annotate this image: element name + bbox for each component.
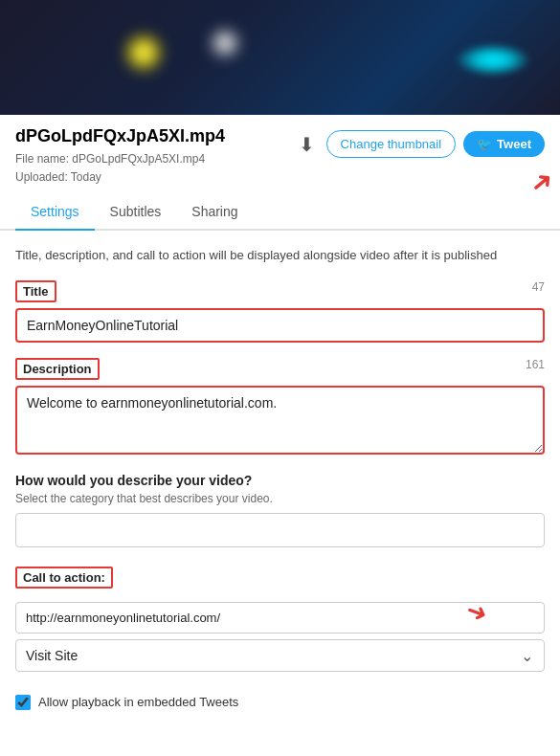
tab-subtitles[interactable]: Subtitles (95, 194, 177, 231)
tweet-bird-icon: 🐦 (477, 137, 492, 151)
thumbnail-light-white (211, 29, 239, 57)
embedded-tweets-checkbox-row: Allow playback in embedded Tweets (15, 687, 545, 725)
info-text: Title, description, and call to action w… (15, 246, 545, 265)
tab-settings[interactable]: Settings (15, 194, 95, 231)
embedded-tweets-label[interactable]: Allow playback in embedded Tweets (38, 695, 238, 709)
title-field-group: 47 Title (15, 280, 545, 343)
settings-content: Title, description, and call to action w… (0, 231, 560, 725)
description-char-count: 161 (526, 358, 545, 371)
download-icon[interactable]: ⬇ (299, 133, 315, 156)
cta-section: Call to action: ➜ Visit Site Learn More … (15, 567, 545, 672)
embedded-tweets-checkbox[interactable] (15, 695, 31, 710)
cta-label-row: Call to action: ➜ (15, 567, 545, 594)
category-title: How would you describe your video? (15, 473, 545, 488)
category-section: How would you describe your video? Selec… (15, 473, 545, 547)
uploaded-label: Uploaded: Today (15, 168, 299, 187)
change-thumbnail-button[interactable]: Change thumbnail (326, 130, 457, 158)
description-field-group: 161 Description Welcome to <span class="… (15, 358, 545, 457)
title-input[interactable] (15, 308, 545, 343)
description-label: Description (15, 358, 100, 380)
cta-action-select[interactable]: Visit Site Learn More Sign Up Shop Now D… (15, 639, 545, 672)
video-thumbnail (0, 0, 560, 115)
header-left: dPGoLpdFQxJpA5XI.mp4 File name: dPGoLpdF… (15, 126, 299, 187)
category-subtitle: Select the category that best describes … (15, 492, 545, 505)
tabs-bar: Settings Subtitles Sharing (0, 194, 560, 231)
title-label: Title (15, 280, 56, 302)
tab-sharing[interactable]: Sharing (176, 194, 253, 231)
file-name-label: File name: dPGoLpdFQxJpA5XI.mp4 (15, 150, 299, 168)
category-input[interactable] (15, 513, 545, 547)
title-char-count: 47 (532, 280, 545, 294)
file-info: File name: dPGoLpdFQxJpA5XI.mp4 Uploaded… (15, 150, 299, 187)
description-textarea[interactable]: Welcome to <span class="underline-link">… (15, 386, 545, 455)
tweet-button[interactable]: 🐦 Tweet (463, 131, 545, 157)
thumbnail-light-cyan (455, 43, 531, 77)
header-section: dPGoLpdFQxJpA5XI.mp4 File name: dPGoLpdF… (0, 115, 560, 194)
tweet-button-label: Tweet (497, 137, 531, 151)
thumbnail-light-yellow (124, 33, 163, 72)
header-actions: ⬇ Change thumbnail 🐦 Tweet ➜ (299, 130, 545, 158)
video-filename: dPGoLpdFQxJpA5XI.mp4 (15, 126, 299, 146)
cta-select-wrapper: Visit Site Learn More Sign Up Shop Now D… (15, 639, 545, 672)
cta-label: Call to action: (15, 567, 113, 589)
